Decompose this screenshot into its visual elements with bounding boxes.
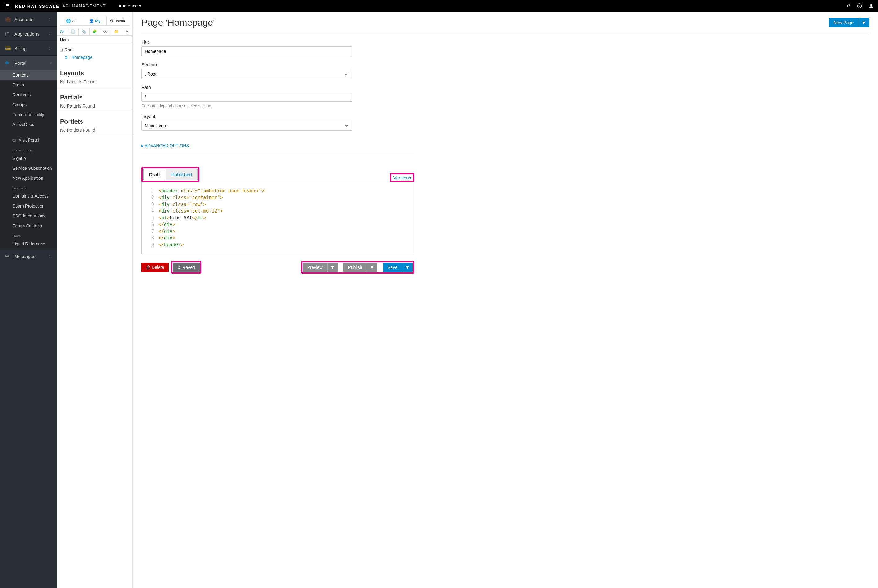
collapse-icon: ⊟ <box>60 47 65 52</box>
chevron-right-icon: 〉 <box>49 46 52 51</box>
code-line[interactable]: 4 <div class="col-md-12"> <box>146 208 410 215</box>
chevron-down-icon: ▾ <box>139 3 141 8</box>
code-editor[interactable]: 1<header class="jumbotron page-header">2… <box>141 182 414 254</box>
advanced-options-toggle[interactable]: ADVANCED OPTIONS <box>141 140 414 152</box>
new-page-split-button: New Page ▼ <box>829 18 869 27</box>
cms-tab-my[interactable]: 👤 My <box>83 16 106 26</box>
new-page-dropdown[interactable]: ▼ <box>858 18 869 27</box>
versions-link[interactable]: Versions <box>392 172 412 183</box>
new-page-button[interactable]: New Page <box>829 18 858 27</box>
sidebar-item-billing[interactable]: 💳 Billing 〉 <box>0 41 57 56</box>
editor-tab-draft[interactable]: Draft <box>143 169 166 180</box>
sidebar-item-label: Portal <box>14 60 26 66</box>
button-label: Delete <box>152 265 164 270</box>
save-dropdown[interactable]: ▼ <box>402 263 413 272</box>
sidebar-sub-sso[interactable]: SSO Integrations <box>0 211 57 221</box>
sidebar-item-label: Accounts <box>14 17 33 22</box>
code-line[interactable]: 9</header> <box>146 242 410 249</box>
line-number: 3 <box>146 201 154 208</box>
tree-file-homepage[interactable]: 🗎 Homepage <box>60 54 130 61</box>
code-line[interactable]: 1<header class="jumbotron page-header"> <box>146 188 410 195</box>
cms-tab-all[interactable]: 🌐 All <box>60 16 83 26</box>
tab-label: 3scale <box>115 19 126 23</box>
sidebar-item-portal[interactable]: ⬢ Portal ⌄ <box>0 56 57 70</box>
cubes-icon: ⬚ <box>5 31 11 36</box>
sidebar-sub-domains[interactable]: Domains & Access <box>0 191 57 201</box>
cms-search-input[interactable] <box>57 36 132 44</box>
code-line[interactable]: 6 </div> <box>146 222 410 228</box>
cms-filter-folder-icon[interactable]: 📁 <box>111 28 122 35</box>
publish-dropdown[interactable]: ▼ <box>367 263 377 272</box>
highlight-editor-tabs: Draft Published <box>141 167 199 182</box>
sidebar-item-label: Applications <box>14 31 39 36</box>
preview-button[interactable]: Preview <box>302 263 328 272</box>
audience-dropdown[interactable]: Audience ▾ <box>119 3 142 9</box>
code-line[interactable]: 7 </div> <box>146 228 410 235</box>
cms-tab-3scale[interactable]: ⚙ 3scale <box>107 16 129 26</box>
sidebar-item-label: Billing <box>14 46 27 51</box>
cms-filter-attachment-icon[interactable]: 📎 <box>79 28 90 35</box>
sidebar-sub-visit-portal[interactable]: ⧉ Visit Portal <box>0 135 57 145</box>
cms-panel: 🌐 All 👤 My ⚙ 3scale All 📄 📎 🧩 </> 📁 ✈ ⊟ … <box>57 12 133 588</box>
cms-filter-partial-icon[interactable]: 🧩 <box>90 28 101 35</box>
sidebar-sub-groups[interactable]: Groups <box>0 100 57 110</box>
sidebar-sub-feature-visibility[interactable]: Feature Visibility <box>0 110 57 120</box>
line-number: 8 <box>146 235 154 242</box>
sidebar-sub-forum[interactable]: Forum Settings <box>0 221 57 231</box>
path-help-text: Does not depend on a selected section. <box>141 104 352 108</box>
tree-node-label: Root <box>65 47 74 52</box>
delete-button[interactable]: 🗑 Delete <box>141 263 168 272</box>
sidebar-item-label: Visit Portal <box>19 138 39 142</box>
sidebar-item-applications[interactable]: ⬚ Applications 〉 <box>0 27 57 41</box>
main-content: Page 'Homepage' New Page ▼ Title Section… <box>133 12 878 588</box>
sidebar-sub-signup[interactable]: Signup <box>0 153 57 163</box>
user-icon[interactable] <box>869 3 873 8</box>
brand-subtitle: API MANAGEMENT <box>62 3 106 8</box>
brand-name: RED HAT 3SCALE <box>15 3 59 9</box>
sidebar-item-accounts[interactable]: 💼 Accounts 〉 <box>0 12 57 26</box>
sidebar-sub-activedocs[interactable]: ActiveDocs <box>0 120 57 129</box>
cms-filter-page-icon[interactable]: 📄 <box>68 28 79 35</box>
sidebar-heading-docs: Docs <box>0 231 57 239</box>
publish-button[interactable]: Publish <box>343 263 367 272</box>
sidebar-sub-content[interactable]: Content <box>0 70 57 80</box>
revert-button[interactable]: ↺ Revert <box>173 263 200 272</box>
section-select[interactable]: . Root <box>141 69 352 79</box>
undo-icon: ↺ <box>177 265 182 270</box>
sidebar-heading-legal: Legal Terms <box>0 145 57 153</box>
path-input[interactable] <box>141 92 352 102</box>
highlight-versions: Versions <box>390 173 414 182</box>
briefcase-icon: 💼 <box>5 16 11 22</box>
line-number: 1 <box>146 188 154 195</box>
sidebar-sub-service-subscription[interactable]: Service Subscription <box>0 163 57 173</box>
credit-card-icon: 💳 <box>5 45 11 51</box>
sidebar-sub-liquid[interactable]: Liquid Reference <box>0 239 57 249</box>
preview-dropdown[interactable]: ▼ <box>328 263 338 272</box>
sidebar: 💼 Accounts 〉 ⬚ Applications 〉 💳 Billing … <box>0 12 57 588</box>
tree-root-node[interactable]: ⊟ Root <box>60 46 130 54</box>
envelope-icon: ✉ <box>5 254 11 259</box>
sidebar-sub-new-application[interactable]: New Application <box>0 173 57 183</box>
title-input[interactable] <box>141 46 352 56</box>
editor-tab-published[interactable]: Published <box>165 169 198 180</box>
line-number: 7 <box>146 228 154 235</box>
code-line[interactable]: 5 <h1>Echo API</h1> <box>146 215 410 222</box>
code-line[interactable]: 8 </div> <box>146 235 410 242</box>
save-button[interactable]: Save <box>383 263 402 272</box>
layout-select[interactable]: Main layout <box>141 121 352 131</box>
chevron-right-icon: 〉 <box>49 32 52 36</box>
cms-filter-portlet-icon[interactable]: ✈ <box>122 28 132 35</box>
help-icon[interactable]: ? <box>857 3 862 8</box>
sidebar-item-messages[interactable]: ✉ Messages 〉 <box>0 249 57 263</box>
sidebar-sub-drafts[interactable]: Drafts <box>0 80 57 90</box>
sidebar-sub-redirects[interactable]: Redirects <box>0 90 57 100</box>
cms-filter-all[interactable]: All <box>57 28 68 35</box>
cms-filter-code-icon[interactable]: </> <box>100 28 111 35</box>
sidebar-sub-spam[interactable]: Spam Protection <box>0 201 57 211</box>
svg-text:?: ? <box>858 4 860 8</box>
code-line[interactable]: 2 <div class="container"> <box>146 195 410 201</box>
code-line[interactable]: 3 <div class="row"> <box>146 201 410 208</box>
gear-icon[interactable] <box>845 3 850 8</box>
line-number: 5 <box>146 215 154 222</box>
tab-label: All <box>72 19 76 23</box>
